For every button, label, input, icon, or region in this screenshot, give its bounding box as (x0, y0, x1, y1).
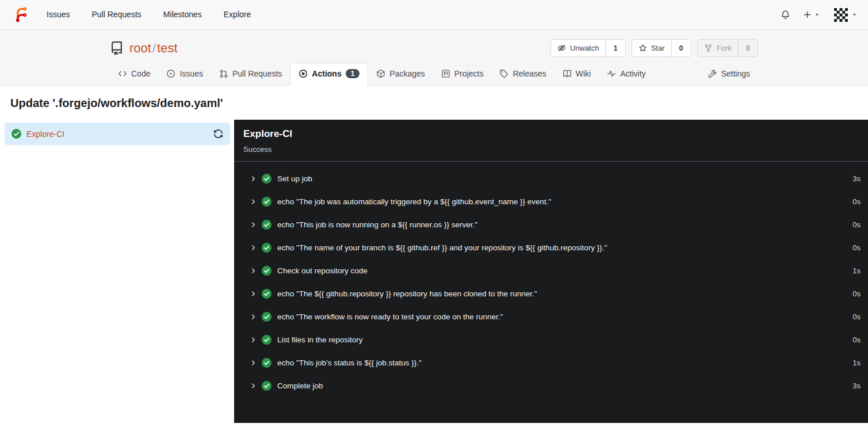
chevron-right-icon (250, 267, 257, 274)
step-row[interactable]: Check out repository code 1s (234, 259, 868, 282)
chevron-right-icon (250, 336, 257, 344)
step-name: Set up job (277, 174, 312, 183)
tag-icon (499, 69, 508, 78)
step-row[interactable]: Set up job 3s (234, 167, 868, 190)
unwatch-button-group: Unwatch 1 (550, 39, 626, 57)
watchers-count[interactable]: 1 (605, 40, 625, 56)
avatar (833, 7, 849, 23)
tab-code[interactable]: Code (110, 63, 158, 85)
tab-activity[interactable]: Activity (599, 63, 653, 85)
step-row[interactable]: echo "The name of your branch is ${{ git… (234, 236, 868, 259)
tab-wiki[interactable]: Wiki (555, 63, 599, 85)
chevron-down-icon (851, 12, 858, 18)
repo-name-link[interactable]: test (157, 41, 177, 55)
project-board-icon (441, 69, 450, 78)
step-duration: 0s (852, 197, 861, 206)
pulse-icon (607, 69, 616, 78)
step-duration: 3s (852, 174, 861, 183)
tab-settings[interactable]: Settings (699, 63, 758, 85)
run-layout: Explore-CI Explore-CI Success Set up job… (0, 120, 868, 423)
create-new-button[interactable] (803, 10, 820, 19)
top-navbar: Issues Pull Requests Milestones Explore (0, 0, 868, 30)
nav-link-issues[interactable]: Issues (36, 0, 81, 29)
star-icon (638, 44, 647, 52)
job-panel-header: Explore-CI Success (234, 120, 868, 162)
fork-button: Fork (698, 40, 738, 56)
actions-count-badge: 1 (346, 69, 360, 78)
fork-button-group: Fork 0 (697, 39, 758, 57)
jobs-sidebar: Explore-CI (0, 120, 234, 423)
notifications-button[interactable] (781, 10, 790, 20)
step-name: echo "The ${{ github.repository }} repos… (277, 289, 537, 298)
check-circle-icon (12, 129, 21, 139)
star-button-group: Star 0 (632, 39, 691, 57)
chevron-right-icon (250, 244, 257, 251)
tab-label: Packages (389, 69, 425, 78)
step-name: echo "The workflow is now ready to test … (277, 312, 503, 321)
play-circle-icon (299, 69, 308, 78)
issue-circle-icon (166, 69, 175, 78)
step-duration: 0s (852, 243, 861, 252)
code-icon (118, 69, 127, 78)
eye-slash-icon (557, 44, 566, 52)
step-name: Check out repository code (277, 266, 368, 275)
step-name: Complete job (277, 382, 323, 390)
tab-label: Projects (454, 69, 484, 78)
tab-projects[interactable]: Projects (433, 63, 492, 85)
tab-label: Code (131, 69, 150, 78)
chevron-right-icon (250, 221, 257, 228)
tools-icon (708, 69, 717, 78)
git-fork-icon (704, 44, 713, 52)
tab-label: Wiki (576, 69, 591, 78)
step-row[interactable]: Complete job 3s (234, 374, 868, 397)
step-duration: 0s (852, 312, 861, 321)
step-duration: 0s (852, 220, 861, 229)
fork-label: Fork (717, 44, 732, 52)
step-name: List files in the repository (277, 335, 363, 344)
star-label: Star (651, 44, 665, 52)
nav-link-explore[interactable]: Explore (213, 0, 262, 29)
tab-pull-requests[interactable]: Pull Requests (211, 63, 290, 85)
chevron-right-icon (250, 198, 257, 205)
tab-label: Activity (620, 69, 645, 78)
step-row[interactable]: echo "This job's status is ${{ job.statu… (234, 351, 868, 374)
chevron-right-icon (250, 359, 257, 367)
tab-label: Releases (513, 69, 546, 78)
job-log-panel: Explore-CI Success Set up job 3s echo "T… (234, 120, 868, 423)
steps-list: Set up job 3s echo "The job was automati… (234, 162, 868, 397)
step-row[interactable]: echo "The workflow is now ready to test … (234, 305, 868, 328)
step-row[interactable]: echo "The ${{ github.repository }} repos… (234, 282, 868, 305)
step-row[interactable]: List files in the repository 0s (234, 328, 868, 351)
job-item-explore-ci[interactable]: Explore-CI (5, 123, 230, 145)
repo-owner-link[interactable]: root (129, 41, 151, 55)
main-nav: Issues Pull Requests Milestones Explore (36, 0, 262, 29)
forgejo-logo[interactable] (13, 6, 30, 24)
tab-releases[interactable]: Releases (491, 63, 554, 85)
rerun-job-button[interactable] (213, 129, 223, 139)
tab-issues[interactable]: Issues (158, 63, 211, 85)
nav-link-milestones[interactable]: Milestones (152, 0, 213, 29)
check-circle-icon (262, 381, 272, 391)
step-duration: 0s (852, 335, 861, 344)
chevron-right-icon (250, 175, 257, 182)
step-name: echo "The name of your branch is ${{ git… (277, 243, 607, 252)
unwatch-label: Unwatch (570, 44, 599, 52)
check-circle-icon (262, 335, 272, 345)
step-row[interactable]: echo "This job is now running on a ${{ r… (234, 213, 868, 236)
stars-count[interactable]: 0 (671, 40, 691, 56)
tab-packages[interactable]: Packages (368, 63, 433, 85)
unwatch-button[interactable]: Unwatch (551, 40, 606, 56)
tab-actions[interactable]: Actions1 (290, 63, 368, 86)
job-name: Explore-CI (26, 129, 64, 139)
sync-icon (213, 129, 223, 139)
repo-header: root/test Unwatch 1 Star 0 Fork 0 Code I… (0, 30, 868, 86)
step-name: echo "The job was automatically triggere… (277, 197, 551, 206)
user-menu-button[interactable] (833, 7, 858, 23)
step-row[interactable]: echo "The job was automatically triggere… (234, 190, 868, 213)
book-open-icon (563, 69, 572, 78)
star-button[interactable]: Star (632, 40, 671, 56)
repo-actions: Unwatch 1 Star 0 Fork 0 (550, 39, 758, 57)
tab-label: Actions (312, 69, 341, 78)
navbar-right (781, 7, 858, 23)
nav-link-pull-requests[interactable]: Pull Requests (81, 0, 152, 29)
